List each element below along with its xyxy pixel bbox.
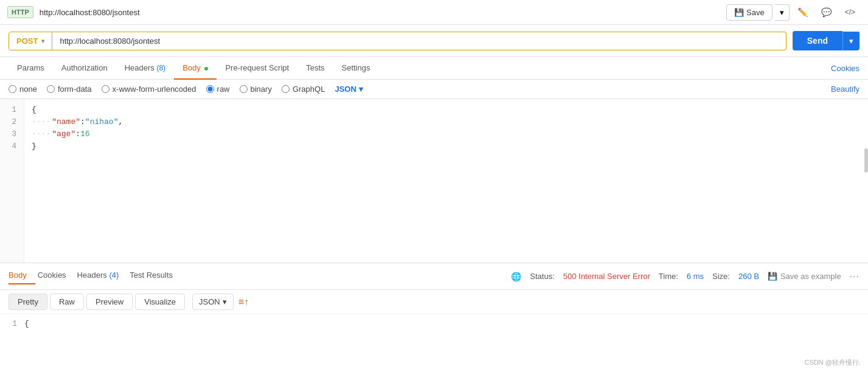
json-format-label: JSON xyxy=(335,84,356,94)
save-example-label: Save as example xyxy=(780,272,841,281)
resp-preview-button[interactable]: Preview xyxy=(86,294,133,310)
send-button[interactable]: Send xyxy=(793,31,842,50)
resp-tab-cookies[interactable]: Cookies xyxy=(38,268,75,284)
radio-form-data-input[interactable] xyxy=(47,85,55,93)
radio-raw[interactable]: raw xyxy=(206,84,230,94)
resp-tab-headers[interactable]: Headers (4) xyxy=(77,268,128,284)
cookies-link[interactable]: Cookies xyxy=(831,64,859,73)
resp-line-num-1: 1 xyxy=(12,319,17,328)
radio-urlencoded[interactable]: x-www-form-urlencoded xyxy=(102,84,196,94)
radio-raw-label: raw xyxy=(217,84,230,94)
time-label: Time: xyxy=(659,272,678,281)
response-toolbar: Pretty Raw Preview Visualize JSON ▾ ≡↑ xyxy=(0,290,868,314)
radio-none-input[interactable] xyxy=(9,85,16,93)
resp-line-numbers: 1 xyxy=(0,318,24,330)
code-button[interactable]: </> xyxy=(839,4,861,20)
resp-json-label: JSON xyxy=(199,297,220,306)
save-dropdown-button[interactable]: ▾ xyxy=(775,4,790,21)
comma-name: , xyxy=(118,116,123,128)
response-tabs-bar: Body Cookies Headers (4) Test Results 🌐 … xyxy=(0,263,868,290)
resp-raw-button[interactable]: Raw xyxy=(50,294,84,310)
radio-raw-input[interactable] xyxy=(206,85,214,93)
radio-binary-label: binary xyxy=(251,84,272,94)
radio-binary-input[interactable] xyxy=(240,85,248,93)
tab-headers-badge: (8) xyxy=(156,64,165,72)
watermark: CSDN @轻舟慢行. xyxy=(805,358,861,367)
line-num-4: 4 xyxy=(7,140,16,153)
resp-json-format-select[interactable]: JSON ▾ xyxy=(192,294,234,310)
line-num-1: 1 xyxy=(7,104,16,116)
globe-icon: 🌐 xyxy=(511,272,521,281)
save-icon: 💾 xyxy=(734,8,744,17)
radio-graphql[interactable]: GraphQL xyxy=(282,84,325,94)
tab-authorization[interactable]: Authorization xyxy=(53,57,116,80)
tab-headers-label: Headers xyxy=(125,63,155,72)
method-select[interactable]: POST ▾ xyxy=(9,32,52,50)
method-label: POST xyxy=(16,36,38,46)
tab-settings[interactable]: Settings xyxy=(333,57,379,80)
body-dot-indicator xyxy=(204,67,208,71)
save-as-example-button[interactable]: 💾 Save as example xyxy=(768,272,841,281)
resp-json-chevron-icon: ▾ xyxy=(223,297,227,306)
tab-tests[interactable]: Tests xyxy=(297,57,333,80)
indent-dots-3: ···· xyxy=(32,128,50,140)
radio-none-label: none xyxy=(19,84,37,94)
send-dropdown-button[interactable]: ▾ xyxy=(842,32,859,50)
time-value: 6 ms xyxy=(687,272,704,281)
send-button-group: Send ▾ xyxy=(793,31,859,50)
save-example-icon: 💾 xyxy=(768,272,777,281)
tab-headers[interactable]: Headers (8) xyxy=(116,57,174,80)
resp-headers-label: Headers xyxy=(77,270,107,280)
key-age: "age" xyxy=(52,128,75,140)
tab-body[interactable]: Body xyxy=(174,57,217,80)
key-name: "name" xyxy=(52,116,80,128)
save-button[interactable]: 💾 Save xyxy=(726,4,773,21)
json-format-chevron-icon: ▾ xyxy=(359,84,363,94)
radio-binary[interactable]: binary xyxy=(240,84,272,94)
editor-scrollbar[interactable] xyxy=(864,148,868,173)
size-value: 260 B xyxy=(738,272,759,281)
beautify-button[interactable]: Beautify xyxy=(831,84,859,94)
comment-button[interactable]: 💬 xyxy=(816,4,837,21)
edit-button[interactable]: ✏️ xyxy=(792,4,813,21)
status-label: Status: xyxy=(530,272,554,281)
filter-button[interactable]: ≡↑ xyxy=(238,297,249,308)
tab-params[interactable]: Params xyxy=(9,57,53,80)
open-brace: { xyxy=(32,104,36,116)
status-value: 500 Internal Server Error xyxy=(563,272,650,281)
code-line-4: } xyxy=(32,140,861,153)
indent-dots-2: ···· xyxy=(32,116,50,128)
resp-tab-body[interactable]: Body xyxy=(9,268,35,284)
line-num-3: 3 xyxy=(7,128,16,140)
top-actions: 💾 Save ▾ ✏️ 💬 </> xyxy=(726,4,861,21)
close-brace: } xyxy=(32,140,36,153)
resp-tab-test-results[interactable]: Test Results xyxy=(130,268,181,284)
radio-graphql-label: GraphQL xyxy=(293,84,325,94)
url-input[interactable] xyxy=(52,32,786,50)
resp-code-content: { xyxy=(24,318,29,330)
code-content[interactable]: { ···· "name" : "nihao" , ···· "age" : 1… xyxy=(24,99,868,263)
value-name: "nihao" xyxy=(85,116,119,128)
radio-urlencoded-input[interactable] xyxy=(102,85,109,93)
json-format-button[interactable]: JSON ▾ xyxy=(335,84,363,94)
resp-pretty-button[interactable]: Pretty xyxy=(9,294,47,310)
radio-none[interactable]: none xyxy=(9,84,37,94)
value-age: 16 xyxy=(80,128,90,140)
resp-visualize-button[interactable]: Visualize xyxy=(135,294,185,310)
more-options-button[interactable]: ··· xyxy=(850,271,859,282)
code-line-3: ···· "age" : 16 xyxy=(32,128,861,140)
tab-pre-request[interactable]: Pre-request Script xyxy=(217,57,297,80)
radio-form-data[interactable]: form-data xyxy=(47,84,92,94)
colon-name: : xyxy=(80,116,85,128)
status-area: 🌐 Status: 500 Internal Server Error Time… xyxy=(511,271,859,282)
tab-body-label: Body xyxy=(182,63,201,72)
request-bar: POST ▾ Send ▾ xyxy=(0,25,868,57)
radio-urlencoded-label: x-www-form-urlencoded xyxy=(113,84,196,94)
request-tabs-bar: Params Authorization Headers (8) Body Pr… xyxy=(0,57,868,80)
body-type-bar: none form-data x-www-form-urlencoded raw… xyxy=(0,80,868,99)
radio-graphql-input[interactable] xyxy=(282,85,290,93)
resp-code-line-1: { xyxy=(24,319,29,328)
code-editor: 1 2 3 4 { ···· "name" : "nihao" , ···· "… xyxy=(0,99,868,263)
response-code-area: 1 { xyxy=(0,314,868,334)
http-badge: HTTP xyxy=(7,6,33,18)
